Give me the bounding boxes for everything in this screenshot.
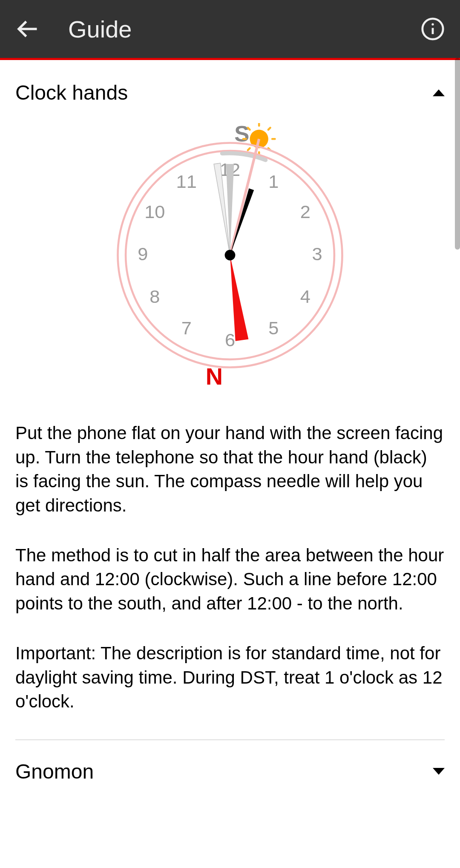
clock-diagram: S 12 — [15, 119, 445, 396]
svg-line-12 — [268, 128, 270, 130]
north-label: N — [206, 363, 223, 387]
section-description: Put the phone flat on your hand with the… — [15, 396, 445, 714]
clock-pivot — [225, 250, 236, 261]
svg-text:11: 11 — [176, 171, 197, 192]
svg-point-3 — [431, 23, 434, 25]
description-paragraph: Put the phone flat on your hand with the… — [15, 421, 445, 518]
caret-down-icon — [433, 768, 445, 775]
svg-text:10: 10 — [144, 201, 165, 222]
info-button[interactable] — [417, 14, 448, 44]
section-clock-hands-header[interactable]: Clock hands — [15, 58, 445, 119]
description-paragraph: The method is to cut in half the area be… — [15, 543, 445, 616]
svg-text:4: 4 — [300, 286, 310, 307]
svg-text:2: 2 — [300, 201, 310, 222]
svg-line-11 — [248, 148, 250, 150]
svg-text:7: 7 — [181, 318, 192, 338]
page-title: Guide — [68, 15, 132, 43]
svg-marker-26 — [224, 254, 249, 341]
app-header: Guide — [0, 0, 460, 58]
arrow-left-icon — [14, 16, 40, 42]
svg-text:1: 1 — [268, 171, 279, 192]
svg-text:8: 8 — [150, 286, 160, 307]
description-paragraph: Important: The description is for standa… — [15, 641, 445, 714]
section-gnomon-header[interactable]: Gnomon — [15, 740, 445, 783]
info-icon — [420, 17, 445, 41]
svg-line-9 — [248, 128, 250, 130]
svg-text:9: 9 — [138, 244, 148, 264]
svg-text:3: 3 — [312, 244, 322, 264]
section-title: Clock hands — [15, 81, 128, 104]
content-area: Clock hands S — [0, 58, 460, 866]
back-button[interactable] — [12, 14, 43, 44]
svg-text:6: 6 — [225, 330, 235, 350]
svg-text:5: 5 — [268, 318, 279, 338]
scroll-indicator[interactable] — [455, 58, 460, 250]
section-title: Gnomon — [15, 760, 94, 783]
caret-up-icon — [433, 89, 445, 96]
